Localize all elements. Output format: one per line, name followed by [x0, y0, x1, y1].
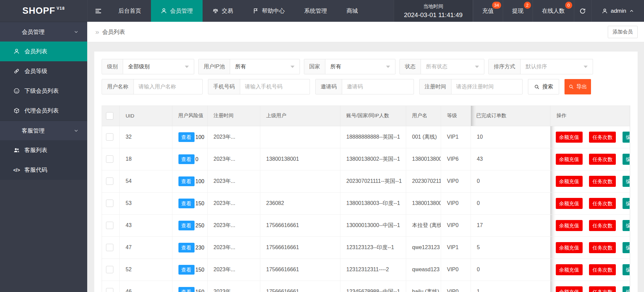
row-checkbox[interactable] — [106, 288, 113, 292]
nav-menu-item[interactable]: 交易 — [203, 0, 243, 22]
edit-button[interactable]: 编辑 — [623, 198, 630, 209]
sidebar-entry[interactable]: 代理会员列表 — [0, 101, 87, 121]
add-member-button[interactable]: 添加会员 — [608, 26, 638, 38]
view-risk-button[interactable]: 查看 — [178, 199, 195, 208]
user-menu[interactable]: admin — [592, 0, 644, 22]
balance-recharge-button[interactable]: 余额充值 — [556, 132, 583, 143]
filter-select[interactable]: 级别 全部级别 — [102, 59, 194, 74]
nav-menu-item[interactable]: 系统管理 — [294, 0, 337, 22]
cell-uid: 43 — [119, 214, 172, 236]
task-count-button[interactable]: 任务次数 — [589, 264, 616, 275]
breadcrumb: 会员列表 — [102, 28, 125, 36]
cell-account-country-ip: 202307021111--英国--1 — [340, 170, 406, 192]
stat-badge: 2 — [524, 2, 531, 9]
select-all-checkbox[interactable] — [106, 112, 113, 120]
stat-item[interactable]: 提现 2 — [503, 0, 533, 22]
row-checkbox[interactable] — [106, 155, 113, 163]
cell-parent-user: 236082 — [260, 192, 340, 214]
balance-recharge-button[interactable]: 余额充值 — [556, 286, 583, 292]
cell-register-time: 2023年... — [207, 170, 260, 192]
sidebar-entry[interactable]: 客服列表 — [0, 140, 87, 160]
row-checkbox[interactable] — [106, 200, 113, 207]
sidebar-entry[interactable]: 会员管理 — [0, 22, 87, 42]
filter-input-field[interactable] — [451, 79, 530, 94]
cell-parent-user: 13800138001 — [260, 148, 340, 170]
sidebar-entry[interactable]: </> 客服代码 — [0, 160, 87, 180]
search-button[interactable]: 搜索 — [528, 79, 559, 94]
edit-button[interactable]: 编辑 — [623, 132, 630, 143]
brand-name: SHOPF — [22, 6, 55, 16]
view-risk-button[interactable]: 查看 — [178, 287, 195, 292]
balance-recharge-button[interactable]: 余额充值 — [556, 198, 583, 209]
cell-completed-orders: 0 — [471, 170, 550, 192]
stat-item[interactable]: 在线人数 0 — [533, 0, 574, 22]
task-count-button[interactable]: 任务次数 — [589, 198, 616, 209]
view-risk-button[interactable]: 查看 — [178, 221, 195, 230]
filter-input-field[interactable] — [240, 79, 319, 94]
row-checkbox[interactable] — [106, 244, 113, 251]
sidebar-entry[interactable]: 下级会员列表 — [0, 81, 87, 101]
sidebar-entry-label: 代理会员列表 — [24, 107, 59, 115]
sidebar-toggle-button[interactable] — [87, 0, 109, 22]
main-content: » 会员列表 添加会员 级别 全部级别 用户IP池 所有 国家 — [87, 22, 644, 292]
task-count-button[interactable]: 任务次数 — [589, 220, 616, 231]
task-count-button[interactable]: 任务次数 — [589, 154, 616, 165]
balance-recharge-button[interactable]: 余额充值 — [556, 242, 583, 253]
view-risk-button[interactable]: 查看 — [178, 265, 195, 275]
view-risk-button[interactable]: 查看 — [178, 243, 195, 252]
filter-select[interactable]: 国家 所有 — [304, 59, 395, 74]
cell-register-time: 2023年... — [207, 236, 260, 259]
task-count-button[interactable]: 任务次数 — [589, 176, 616, 187]
balance-recharge-button[interactable]: 余额充值 — [556, 264, 583, 275]
edit-button[interactable]: 编辑 — [623, 242, 630, 253]
filter-select[interactable]: 用户IP池 所有 — [198, 59, 300, 74]
row-checkbox[interactable] — [106, 266, 113, 273]
stat-item[interactable]: 充值 34 — [473, 0, 503, 22]
cell-register-time: 2023年... — [207, 281, 260, 292]
row-checkbox[interactable] — [106, 133, 113, 141]
export-button[interactable]: 导出 — [565, 79, 591, 94]
edit-button[interactable]: 编辑 — [623, 220, 630, 231]
refresh-button[interactable] — [574, 0, 592, 22]
filter-input-field[interactable] — [134, 79, 213, 94]
row-checkbox[interactable] — [106, 177, 113, 185]
filter-input-field[interactable] — [342, 79, 421, 94]
balance-recharge-button[interactable]: 余额充值 — [556, 176, 583, 187]
edit-button[interactable]: 编辑 — [623, 264, 630, 275]
row-checkbox[interactable] — [106, 222, 113, 229]
nav-item-icon — [161, 8, 167, 14]
sidebar-entry[interactable]: 会员列表 — [0, 42, 87, 61]
edit-button[interactable]: 编辑 — [623, 286, 630, 292]
nav-item-label: 会员管理 — [170, 7, 193, 15]
nav-menu-item[interactable]: 商城 — [337, 0, 368, 22]
view-risk-button[interactable]: 查看 — [178, 154, 195, 164]
balance-recharge-button[interactable]: 余额充值 — [556, 220, 583, 231]
column-header: 账号/国家/同IP人数 — [340, 106, 406, 126]
nav-menu-item[interactable]: 帮助中心 — [243, 0, 294, 22]
cell-parent-user: 17566616661 — [260, 236, 340, 259]
cell-username: 202307021111 (离线) — [406, 170, 441, 192]
breadcrumb-arrows-icon: » — [95, 28, 99, 36]
view-risk-button[interactable]: 查看 — [178, 132, 195, 142]
username-label: admin — [611, 8, 626, 14]
sidebar-entry[interactable]: 客服管理 — [0, 121, 87, 140]
task-count-button[interactable]: 任务次数 — [589, 286, 616, 292]
filter-select-label: 国家 — [304, 59, 325, 74]
local-time-panel: 当地时间 2024-03-01 11:41:49 — [394, 0, 473, 22]
task-count-button[interactable]: 任务次数 — [589, 242, 616, 253]
local-time-label: 当地时间 — [423, 3, 443, 10]
edit-button[interactable]: 编辑 — [623, 176, 630, 187]
task-count-button[interactable]: 任务次数 — [589, 132, 616, 143]
view-risk-button[interactable]: 查看 — [178, 176, 195, 186]
sidebar-entry-label: 会员列表 — [24, 48, 47, 55]
nav-menu-item[interactable]: 会员管理 — [151, 0, 203, 22]
filter-select[interactable]: 状态 所有状态 — [399, 59, 484, 74]
user-icon — [602, 8, 608, 14]
balance-recharge-button[interactable]: 余额充值 — [556, 154, 583, 165]
cell-uid: 18 — [119, 148, 172, 170]
edit-button[interactable]: 编辑 — [623, 154, 630, 165]
cell-actions: 余额充值 任务次数 编辑 ... — [550, 281, 630, 292]
filter-select[interactable]: 排序方式 默认排序 — [488, 59, 593, 74]
sidebar-entry[interactable]: 会员等级 — [0, 61, 87, 81]
nav-menu-item[interactable]: 后台首页 — [109, 0, 151, 22]
